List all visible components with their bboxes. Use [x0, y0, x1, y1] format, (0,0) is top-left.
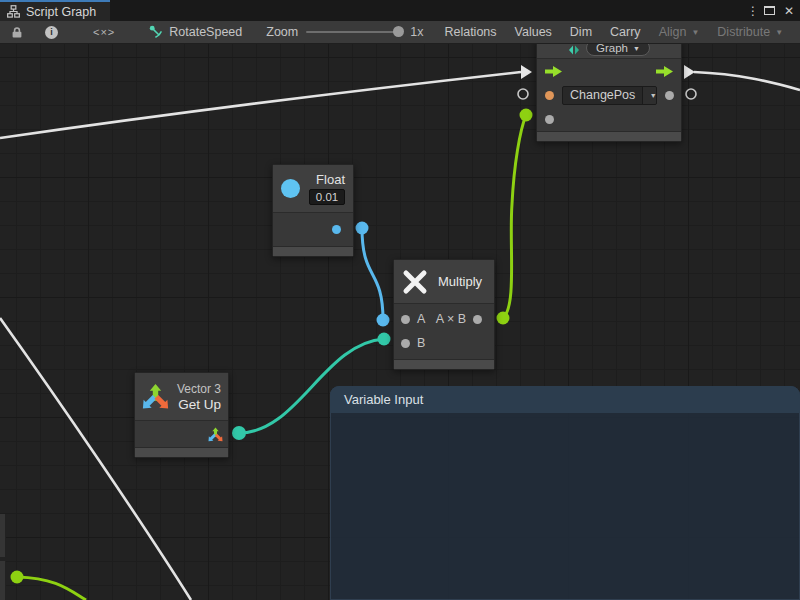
port-out-label: A × B: [436, 312, 466, 326]
port-out[interactable]: [473, 315, 482, 324]
window-controls: ⋮ ✕: [747, 0, 800, 21]
node-header[interactable]: Graph ▼: [537, 44, 681, 59]
flow-in-arrow-icon[interactable]: [545, 66, 562, 77]
variable-port[interactable]: [545, 91, 554, 100]
node-header[interactable]: Vector 3 Get Up: [135, 373, 228, 421]
node-body: A A × B B: [394, 304, 494, 359]
wire-flow-in[interactable]: [0, 72, 521, 138]
wire-endpoint[interactable]: [520, 109, 533, 122]
node-footer: [273, 246, 353, 256]
flow-port-triangle-right[interactable]: [684, 65, 695, 79]
node-header[interactable]: Multiply: [394, 260, 494, 304]
caret-down-icon: ▼: [650, 92, 657, 99]
value-out-port[interactable]: [665, 91, 674, 100]
wire-endpoint[interactable]: [497, 312, 510, 325]
distribute-label: Distribute: [717, 25, 770, 39]
variable-select[interactable]: ChangePos ▼: [562, 86, 657, 105]
caret-down-icon: ▼: [633, 45, 640, 52]
node-body: [135, 421, 228, 447]
node-float[interactable]: Float: [272, 164, 354, 257]
zoom-label: Zoom: [266, 25, 298, 39]
float-value-input[interactable]: [309, 189, 345, 205]
close-icon[interactable]: ✕: [784, 4, 794, 18]
embed-code-button[interactable]: <×>: [69, 21, 139, 43]
carry-button[interactable]: Carry: [601, 21, 650, 43]
info-button[interactable]: i: [34, 21, 69, 43]
value-port-ring-right[interactable]: [686, 89, 696, 99]
node-title: Vector 3: [177, 382, 221, 396]
offscreen-node-edge[interactable]: [0, 514, 6, 557]
group-variable-input[interactable]: Variable Input: [330, 386, 800, 600]
node-title: Multiply: [438, 274, 482, 289]
group-header[interactable]: Variable Input: [330, 386, 800, 413]
flow-out-arrow-icon[interactable]: [656, 66, 673, 77]
caret-down-icon: ▼: [691, 28, 699, 37]
info-icon: i: [45, 26, 58, 39]
wire-bottom-left[interactable]: [17, 577, 86, 600]
wire-flow-out[interactable]: [694, 72, 800, 90]
script-graph-window: Script Graph ⋮ ✕ i <×> R: [0, 0, 800, 600]
graph-ref-label: RotateSpeed: [169, 25, 242, 39]
variable-select-button[interactable]: ▼: [642, 87, 657, 104]
graph-ref-icon: [149, 25, 163, 39]
node-footer: [394, 359, 494, 369]
graph-dropdown[interactable]: Graph ▼: [586, 44, 650, 56]
wire-multiply-to-graph[interactable]: [503, 115, 526, 318]
lock-icon: [11, 26, 23, 39]
wire-endpoint[interactable]: [378, 333, 391, 346]
flow-port-triangle-left[interactable]: [521, 65, 532, 79]
wire-diagonal[interactable]: [0, 318, 191, 600]
value-port-ring-left[interactable]: [518, 89, 528, 99]
align-button: Align ▼: [650, 21, 709, 43]
code-icon: <×>: [93, 26, 115, 38]
value-in-port[interactable]: [545, 115, 554, 124]
node-footer: [537, 131, 681, 141]
bolt-graph-icon: [568, 44, 580, 56]
port-b[interactable]: [401, 339, 410, 348]
values-button[interactable]: Values: [506, 21, 561, 43]
variable-name: ChangePos: [563, 87, 642, 104]
vector3-icon: [142, 383, 169, 410]
hierarchy-icon: [7, 5, 20, 18]
port-a[interactable]: [401, 315, 410, 324]
window-menu-icon[interactable]: ⋮: [747, 4, 755, 18]
vector3-out-port[interactable]: [208, 427, 223, 442]
port-row-b: B: [394, 331, 494, 355]
caret-down-icon: ▼: [775, 28, 783, 37]
zoom-slider-knob[interactable]: [393, 26, 404, 37]
node-vector3-get-up[interactable]: Vector 3 Get Up: [134, 372, 229, 458]
port-b-label: B: [417, 336, 425, 350]
node-multiply[interactable]: Multiply A A × B B: [393, 259, 495, 370]
overview-button[interactable]: Overview: [792, 21, 800, 43]
graph-toolbar: i <×> RotateSpeed Zoom 1x Relations Valu…: [0, 21, 800, 44]
node-footer: [135, 447, 228, 457]
zoom-slider[interactable]: [306, 31, 402, 33]
relations-button[interactable]: Relations: [435, 21, 505, 43]
wire-endpoint[interactable]: [356, 222, 369, 235]
node-header[interactable]: Float: [273, 165, 353, 213]
maximize-icon[interactable]: [764, 6, 775, 15]
tab-script-graph[interactable]: Script Graph: [0, 0, 110, 21]
align-label: Align: [659, 25, 687, 39]
offscreen-node-edge[interactable]: [0, 561, 6, 600]
node-subtitle: Get Up: [178, 397, 221, 412]
graph-breadcrumb[interactable]: RotateSpeed: [139, 21, 254, 43]
port-row-a: A A × B: [394, 307, 494, 331]
flow-row: [537, 59, 681, 83]
input-row: [537, 107, 681, 131]
wire-endpoint[interactable]: [11, 571, 24, 584]
node-body: [273, 213, 353, 246]
zoom-value: 1x: [410, 25, 423, 39]
lock-button[interactable]: [0, 21, 34, 43]
wire-endpoint[interactable]: [232, 426, 246, 440]
wire-endpoint[interactable]: [377, 314, 390, 327]
distribute-button: Distribute ▼: [708, 21, 792, 43]
multiply-icon: [402, 269, 428, 295]
graph-canvas[interactable]: Variable Input Graph ▼: [0, 44, 800, 600]
node-set-variable[interactable]: Graph ▼ ChangePos ▼: [536, 44, 682, 142]
tab-bar: Script Graph ⋮ ✕: [0, 0, 800, 21]
float-out-port[interactable]: [332, 225, 341, 234]
wire-float-to-multiply[interactable]: [362, 228, 383, 320]
dim-button[interactable]: Dim: [561, 21, 601, 43]
variable-row: ChangePos ▼: [537, 83, 681, 107]
